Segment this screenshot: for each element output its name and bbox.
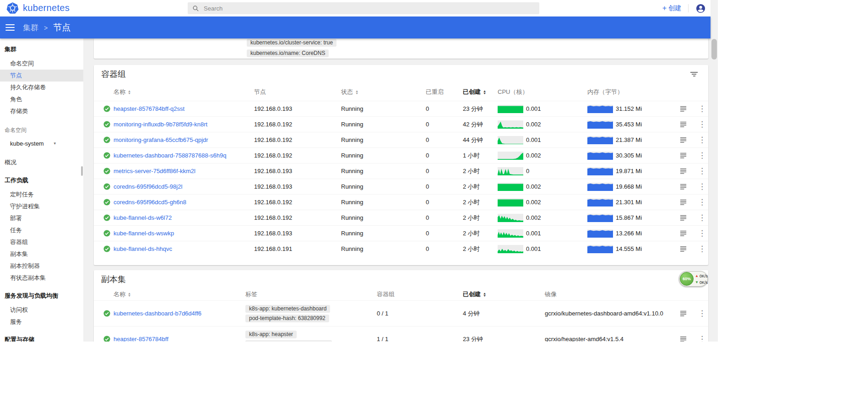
sidebar-item-replication-controllers[interactable]: 副本控制器 — [0, 260, 83, 272]
kebab-menu-icon[interactable]: ⋮ — [696, 104, 708, 114]
sidebar-item-jobs[interactable]: 任务 — [0, 224, 83, 236]
sort-arrows-icon: ▲▼ — [128, 292, 131, 297]
cpu-value: 0.001 — [526, 105, 541, 112]
sidebar-item-deployments[interactable]: 部署 — [0, 212, 83, 224]
kebab-menu-icon[interactable]: ⋮ — [696, 166, 708, 176]
pod-name-link[interactable]: coredns-695f96dcd5-gh6n8 — [114, 199, 254, 206]
sidebar-item-overview[interactable]: 概况 — [0, 157, 83, 168]
kebab-menu-icon[interactable]: ⋮ — [696, 120, 708, 129]
label-chip: kubernetes.io/name: CoreDNS — [247, 49, 329, 57]
logs-icon[interactable] — [680, 168, 687, 174]
kebab-menu-icon[interactable]: ⋮ — [696, 197, 708, 207]
pod-name-link[interactable]: kube-flannel-ds-hhqvc — [114, 245, 254, 252]
pods-table-header: 名称▲▼ 节点 状态▲▼ 已重启 已创建▲▼ CPU（核） 内存（字节） — [94, 83, 708, 101]
user-avatar-icon[interactable] — [695, 3, 706, 14]
main-scrollbar-thumb[interactable] — [711, 39, 717, 60]
sidebar-item-cron-jobs[interactable]: 定时任务 — [0, 189, 83, 201]
logs-icon[interactable] — [680, 336, 687, 342]
sidebar-item-daemon-sets[interactable]: 守护进程集 — [0, 201, 83, 212]
sidebar-item-storage-classes[interactable]: 存储类 — [0, 105, 83, 117]
pod-restarts: 0 — [426, 183, 463, 190]
pod-name-link[interactable]: coredns-695f96dcd5-98j2l — [114, 183, 254, 190]
sort-arrows-icon: ▲▼ — [128, 90, 131, 94]
rs-col-age[interactable]: 已创建▲▼ — [463, 290, 545, 299]
cpu-sparkline — [498, 229, 523, 238]
status-ok-icon — [103, 214, 111, 222]
logs-icon[interactable] — [680, 245, 687, 252]
logs-icon[interactable] — [680, 136, 687, 143]
sidebar-scrollbar-thumb[interactable] — [81, 166, 83, 176]
breadcrumb: 集群 > 节点 — [23, 22, 71, 33]
logs-icon[interactable] — [680, 105, 687, 112]
pod-status: Running — [341, 183, 426, 190]
pod-name-link[interactable]: metrics-server-75d6ff86f-kkm2l — [114, 168, 254, 174]
memory-sparkline — [587, 105, 613, 113]
status-ok-icon — [103, 120, 111, 128]
logs-icon[interactable] — [680, 310, 687, 317]
labels-card: kubernetes.io/cluster-service: true kube… — [94, 38, 708, 59]
logs-icon[interactable] — [680, 183, 687, 190]
sidebar-item-roles[interactable]: 角色 — [0, 93, 83, 105]
logs-icon[interactable] — [680, 152, 687, 159]
pod-name-link[interactable]: monitoring-grafana-65ccfb675-qpjdr — [114, 136, 254, 143]
main-scrollbar[interactable] — [711, 0, 718, 342]
kebab-menu-icon[interactable]: ⋮ — [696, 228, 708, 238]
pod-status: Running — [341, 136, 426, 143]
pod-age: 44 分钟 — [463, 136, 498, 144]
filter-list-icon[interactable] — [690, 71, 698, 77]
logs-icon[interactable] — [680, 230, 687, 237]
sidebar-item-nodes[interactable]: 节点 — [0, 70, 83, 82]
sidebar-item-stateful-sets[interactable]: 有状态副本集 — [0, 272, 83, 284]
cpu-sparkline — [498, 183, 523, 191]
replicaset-name-link[interactable]: heapster-8576784bff — [114, 336, 245, 342]
kebab-menu-icon[interactable]: ⋮ — [696, 182, 708, 191]
search-input[interactable] — [204, 5, 535, 12]
status-ok-icon — [103, 310, 111, 317]
kebab-menu-icon[interactable]: ⋮ — [696, 213, 708, 223]
rs-col-labels: 标签 — [245, 290, 377, 299]
down-arrow-icon: ▼ — [695, 279, 699, 286]
pod-age: 1 小时 — [463, 152, 498, 160]
kebab-menu-icon[interactable]: ⋮ — [696, 135, 708, 145]
sidebar-item-ingresses[interactable]: 访问权 — [0, 304, 83, 316]
kebab-menu-icon[interactable]: ⋮ — [696, 334, 708, 342]
logs-icon[interactable] — [680, 214, 687, 221]
kubernetes-logo[interactable]: kubernetes — [6, 2, 70, 14]
pods-col-age[interactable]: 已创建▲▼ — [463, 88, 498, 96]
pod-name-link[interactable]: kubernetes-dashboard-7588787688-s6h9q — [114, 152, 254, 159]
status-ok-icon — [103, 183, 111, 190]
kebab-menu-icon[interactable]: ⋮ — [696, 244, 708, 254]
pod-name-link[interactable]: kube-flannel-ds-wswkp — [114, 230, 254, 237]
search-bar[interactable] — [188, 2, 539, 14]
status-ok-icon — [103, 167, 111, 175]
pod-name-link[interactable]: kube-flannel-ds-w6l72 — [114, 214, 254, 221]
pod-node: 192.168.0.191 — [254, 245, 341, 252]
sidebar-item-namespaces[interactable]: 命名空间 — [0, 58, 83, 70]
pod-restarts: 0 — [426, 245, 463, 252]
breadcrumb-parent-link[interactable]: 集群 — [23, 22, 38, 33]
namespace-select[interactable]: kube-system▼ — [0, 137, 83, 149]
pod-node: 192.168.0.193 — [254, 230, 341, 237]
hamburger-menu-icon[interactable] — [5, 22, 15, 33]
kebab-menu-icon[interactable]: ⋮ — [696, 309, 708, 318]
logs-icon[interactable] — [680, 121, 687, 128]
create-button[interactable]: + 创建 — [662, 4, 681, 12]
pod-name-link[interactable]: heapster-8576784bff-q2sst — [114, 105, 254, 112]
replicaset-name-link[interactable]: kubernetes-dashboard-b7d6d4ff6 — [114, 310, 245, 317]
memory-sparkline — [587, 152, 613, 160]
net-monitor-widget[interactable]: 60% ▲0K/s ▼0K/s — [679, 271, 708, 287]
memory-value: 31.152 Mi — [616, 105, 642, 112]
sidebar-item-services[interactable]: 服务 — [0, 316, 83, 328]
rs-col-name[interactable]: 名称▲▼ — [114, 290, 245, 299]
sidebar-item-persistent-volumes[interactable]: 持久化存储卷 — [0, 82, 83, 93]
pods-col-name[interactable]: 名称▲▼ — [114, 88, 254, 96]
pods-col-status[interactable]: 状态▲▼ — [341, 88, 426, 96]
pod-table-row: metrics-server-75d6ff86f-kkm2l 192.168.0… — [94, 163, 708, 179]
sidebar-item-replica-sets[interactable]: 副本集 — [0, 248, 83, 260]
pod-name-link[interactable]: monitoring-influxdb-9b78f5fd9-kn8rt — [114, 121, 254, 128]
sidebar-item-pods[interactable]: 容器组 — [0, 236, 83, 248]
page-title: 节点 — [53, 22, 71, 33]
pod-status: Running — [341, 230, 426, 237]
kebab-menu-icon[interactable]: ⋮ — [696, 151, 708, 160]
logs-icon[interactable] — [680, 199, 687, 206]
